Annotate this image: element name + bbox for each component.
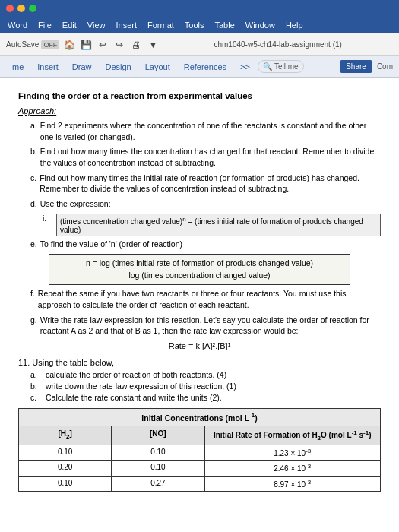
ribbon-tab-layout[interactable]: Layout xyxy=(139,60,176,74)
table-row: 0.10 0.27 8.97 × 10-3 xyxy=(19,477,380,491)
autosave-section: AutoSave OFF xyxy=(6,40,59,49)
ribbon-tab-me[interactable]: me xyxy=(6,60,30,74)
com-label: Com xyxy=(377,62,393,71)
sub-item-a: a. calculate the order of reaction of bo… xyxy=(18,370,381,379)
ribbon: me Insert Draw Design Layout References … xyxy=(0,56,399,78)
approach-label: Approach: xyxy=(18,106,381,116)
menu-table[interactable]: Table xyxy=(211,19,239,31)
ribbon-tab-draw[interactable]: Draw xyxy=(66,60,98,74)
tell-me-label: Tell me xyxy=(274,62,299,71)
table-row: 0.20 0.10 2.46 × 10-3 xyxy=(19,461,380,476)
item-d-label: d. xyxy=(18,198,37,210)
close-button[interactable] xyxy=(6,5,14,12)
share-button[interactable]: Share xyxy=(340,60,372,73)
list-item-g: g. Write the rate law expression for thi… xyxy=(18,315,381,337)
menu-window[interactable]: Window xyxy=(241,19,280,31)
item-f-text: Repeat the same if you have two reactant… xyxy=(38,288,381,310)
sub-a-text: calculate the order of reaction of both … xyxy=(46,370,226,379)
ribbon-tab-insert[interactable]: Insert xyxy=(31,60,65,74)
item-d-text: Use the expression: xyxy=(40,198,381,210)
table-title: Initial Concentrations (mol L-1) xyxy=(19,409,380,426)
expression-box: (times concentration changed value)n = (… xyxy=(56,214,381,236)
window-controls xyxy=(6,5,36,12)
col-h2: [H2] xyxy=(19,426,112,445)
menu-bar: Word File Edit View Insert Format Tools … xyxy=(0,17,399,33)
row2-no: 0.10 xyxy=(112,461,204,475)
home-icon[interactable]: 🏠 xyxy=(62,38,76,52)
list-item-c: c. Find out how many times the initial r… xyxy=(18,173,381,195)
menu-insert[interactable]: Insert xyxy=(111,19,141,31)
item-e-text: To find the value of 'n' (order of react… xyxy=(40,239,381,250)
row3-h2: 0.10 xyxy=(19,477,112,491)
sub-c-label: c. xyxy=(30,393,43,402)
sub-c-text: Calculate the rate constant and write th… xyxy=(46,393,222,402)
roman-item-i: i. (times concentration changed value)n … xyxy=(18,214,381,236)
ribbon-tab-more[interactable]: >> xyxy=(234,60,256,74)
list-item-a: a. Find 2 experiments where the concentr… xyxy=(18,120,381,142)
item-a-label: a. xyxy=(18,120,37,142)
row3-rate: 8.97 × 10-3 xyxy=(205,477,381,491)
section-title: Finding the order of a reaction from exp… xyxy=(18,91,381,100)
col-rate: Initial Rate of Formation of H2O (mol L-… xyxy=(205,426,381,445)
autosave-label: AutoSave xyxy=(6,40,39,49)
formula-line2: log (times concentration changed value) xyxy=(55,270,344,282)
print-icon[interactable]: 🖨 xyxy=(129,38,143,52)
minimize-button[interactable] xyxy=(17,5,25,12)
item-g-label: g. xyxy=(18,315,37,337)
menu-help[interactable]: Help xyxy=(281,19,308,31)
list-item-e: e. To find the value of 'n' (order of re… xyxy=(18,239,381,250)
item-f-label: f. xyxy=(18,288,35,310)
sub-b-label: b. xyxy=(30,382,43,391)
row1-no: 0.10 xyxy=(112,445,204,460)
tell-me-input[interactable]: 🔍 Tell me xyxy=(258,60,304,73)
toolbar: AutoSave OFF 🏠 💾 ↩ ↪ 🖨 ▼ chm1040-w5-ch14… xyxy=(0,33,399,56)
search-icon: 🔍 xyxy=(263,62,272,71)
list-item-d: d. Use the expression: xyxy=(18,198,381,210)
data-table: Initial Concentrations (mol L-1) [H2] [N… xyxy=(18,408,381,492)
options-icon[interactable]: ▼ xyxy=(146,38,160,52)
item-b-text: Find out how many times the concentratio… xyxy=(40,146,381,168)
item-e-label: e. xyxy=(18,239,37,250)
row3-no: 0.27 xyxy=(112,477,204,491)
item-b-label: b. xyxy=(18,146,37,168)
menu-file[interactable]: File xyxy=(33,19,56,31)
maximize-button[interactable] xyxy=(29,5,36,12)
document-area: Finding the order of a reaction from exp… xyxy=(0,78,399,532)
undo-icon[interactable]: ↩ xyxy=(96,38,109,52)
row1-rate: 1.23 × 10-3 xyxy=(205,445,381,460)
item-c-label: c. xyxy=(18,173,36,195)
item-c-text: Find out how many times the initial rate… xyxy=(40,173,381,195)
list-item-b: b. Find out how many times the concentra… xyxy=(18,146,381,168)
rate-expression: Rate = k [A]².[B]¹ xyxy=(18,341,381,350)
col-no: [NO] xyxy=(112,426,204,445)
title-bar xyxy=(0,0,399,17)
menu-tools[interactable]: Tools xyxy=(180,19,209,31)
autosave-toggle[interactable]: OFF xyxy=(41,40,59,49)
save-icon[interactable]: 💾 xyxy=(79,38,93,52)
sub-item-b: b. write down the rate law expression of… xyxy=(18,382,381,391)
formula-box: n = log (times initial rate of formation… xyxy=(49,254,350,286)
redo-icon[interactable]: ↪ xyxy=(112,38,126,52)
row2-rate: 2.46 × 10-3 xyxy=(205,461,381,475)
question-title: 11. Using the table below, xyxy=(18,358,381,367)
formula-line1: n = log (times initial rate of formation… xyxy=(55,258,344,270)
list-item-f: f. Repeat the same if you have two react… xyxy=(18,288,381,310)
menu-word[interactable]: Word xyxy=(3,19,32,31)
item-g-text: Write the rate law expression for this r… xyxy=(40,315,381,337)
ribbon-tab-design[interactable]: Design xyxy=(99,60,137,74)
row2-h2: 0.20 xyxy=(19,461,112,475)
sub-item-c: c. Calculate the rate constant and write… xyxy=(18,393,381,402)
menu-format[interactable]: Format xyxy=(143,19,179,31)
item-a-text: Find 2 experiments where the concentrati… xyxy=(40,120,381,142)
table-row: 0.10 0.10 1.23 × 10-3 xyxy=(19,445,380,461)
ribbon-tab-references[interactable]: References xyxy=(178,60,233,74)
filename: chm1040-w5-ch14-lab-assignment (1) xyxy=(163,40,393,49)
sub-b-text: write down the rate law expression of th… xyxy=(46,382,236,391)
ribbon-right: Share Com xyxy=(340,60,393,73)
sub-a-label: a. xyxy=(30,370,43,379)
row1-h2: 0.10 xyxy=(19,445,112,460)
roman-i-label: i. xyxy=(43,214,53,236)
table-header: [H2] [NO] Initial Rate of Formation of H… xyxy=(19,426,380,445)
menu-edit[interactable]: Edit xyxy=(58,19,81,31)
menu-view[interactable]: View xyxy=(83,19,110,31)
